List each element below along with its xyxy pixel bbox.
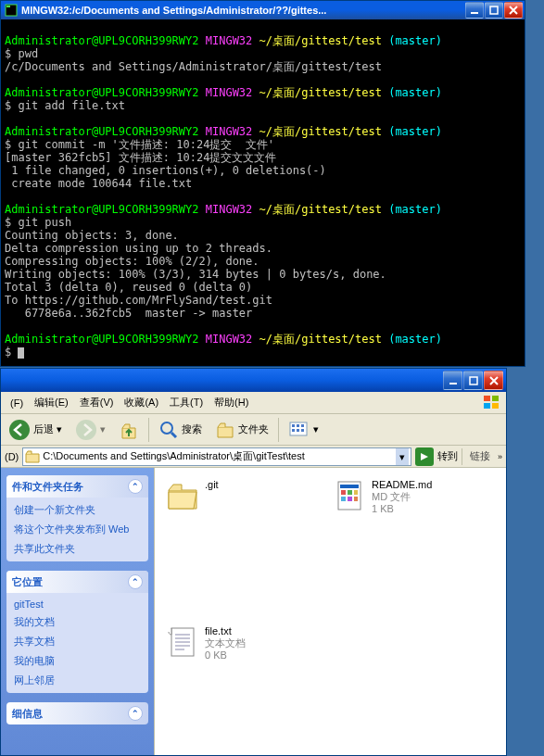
svg-rect-2	[471, 12, 478, 14]
window-controls	[443, 371, 503, 390]
folders-button[interactable]: 文件夹	[211, 418, 272, 442]
tasks-panel-header[interactable]: 件和文件夹任务 ⌃	[6, 475, 148, 498]
back-label: 后退	[33, 422, 54, 436]
task-new-folder[interactable]: 创建一个新文件夹	[14, 503, 141, 517]
separator	[278, 418, 279, 442]
details-panel-header[interactable]: 细信息 ⌃	[6, 702, 148, 724]
separator	[462, 448, 462, 465]
file-item-git[interactable]: .git	[166, 479, 305, 512]
toolbar: 后退 ▾ ▾ 搜索 文件夹 ▾	[1, 414, 506, 446]
address-input[interactable]	[43, 451, 393, 462]
place-network[interactable]: 网上邻居	[14, 674, 141, 687]
file-meta: file.txt 文本文档 0 KB	[205, 625, 246, 662]
folders-label: 文件夹	[238, 422, 269, 436]
task-share-folder[interactable]: 共享此文件夹	[14, 542, 141, 556]
svg-rect-3	[490, 6, 498, 14]
links-label[interactable]: 链接	[466, 449, 494, 463]
file-list[interactable]: .git README.md MD 文件 1 KB file.txt	[154, 468, 506, 755]
file-type: MD 文件	[372, 491, 432, 503]
views-button[interactable]: ▾	[285, 419, 323, 441]
svg-rect-18	[297, 429, 299, 432]
close-button[interactable]	[504, 2, 523, 19]
back-button[interactable]: 后退 ▾	[5, 417, 66, 443]
place-gittest[interactable]: gitTest	[14, 598, 141, 610]
explorer-window: (F) 编辑(E) 查看(V) 收藏(A) 工具(T) 帮助(H) 后退 ▾ ▾…	[0, 368, 507, 756]
place-shared-docs[interactable]: 共享文档	[14, 635, 141, 649]
tasks-panel: 件和文件夹任务 ⌃ 创建一个新文件夹 将这个文件夹发布到 Web 共享此文件夹	[6, 475, 148, 561]
terminal-window: MINGW32:/c/Documents and Settings/Admini…	[0, 0, 525, 367]
file-meta: README.md MD 文件 1 KB	[372, 479, 432, 515]
terminal-titlebar[interactable]: MINGW32:/c/Documents and Settings/Admini…	[1, 1, 525, 19]
terminal-body[interactable]: Administrator@UPL9CORH399RWY2 MINGW32 ~/…	[1, 19, 525, 366]
file-item-filetxt[interactable]: file.txt 文本文档 0 KB	[166, 625, 305, 662]
svg-rect-9	[492, 403, 499, 409]
sidebar: 件和文件夹任务 ⌃ 创建一个新文件夹 将这个文件夹发布到 Web 共享此文件夹 …	[1, 468, 154, 755]
svg-rect-15	[297, 424, 299, 427]
explorer-main: 件和文件夹任务 ⌃ 创建一个新文件夹 将这个文件夹发布到 Web 共享此文件夹 …	[1, 468, 506, 755]
folder-icon	[166, 479, 199, 512]
svg-point-11	[76, 420, 96, 440]
places-panel-header[interactable]: 它位置 ⌃	[6, 571, 148, 593]
up-button[interactable]	[115, 418, 143, 442]
links-chevron-icon[interactable]: »	[498, 452, 502, 461]
menubar: (F) 编辑(E) 查看(V) 收藏(A) 工具(T) 帮助(H)	[1, 392, 506, 414]
svg-rect-25	[341, 497, 346, 501]
file-name: README.md	[372, 479, 432, 491]
file-meta: .git	[205, 479, 219, 512]
place-my-docs[interactable]: 我的文档	[14, 615, 141, 629]
menu-file[interactable]: (F)	[5, 396, 29, 410]
forward-button: ▾	[71, 417, 109, 443]
address-input-wrapper: ▾	[22, 447, 411, 466]
folder-icon	[25, 450, 40, 463]
svg-rect-6	[484, 396, 490, 401]
go-label: 转到	[437, 449, 458, 463]
chevron-down-icon: ▾	[313, 423, 319, 435]
svg-rect-5	[470, 377, 477, 384]
menu-help[interactable]: 帮助(H)	[209, 394, 254, 411]
collapse-icon: ⌃	[128, 706, 143, 721]
task-publish-web[interactable]: 将这个文件夹发布到 Web	[14, 523, 141, 536]
maximize-button[interactable]	[463, 371, 483, 390]
menu-view[interactable]: 查看(V)	[74, 394, 120, 411]
minimize-button[interactable]	[465, 2, 484, 19]
menu-tools[interactable]: 工具(T)	[164, 394, 209, 411]
window-controls	[465, 2, 523, 19]
svg-rect-14	[292, 424, 295, 427]
svg-rect-4	[449, 383, 457, 384]
address-dropdown[interactable]: ▾	[396, 448, 409, 465]
cursor	[18, 347, 24, 359]
svg-point-12	[161, 422, 172, 434]
svg-rect-26	[348, 497, 352, 501]
chevron-down-icon: ▾	[100, 423, 106, 435]
svg-rect-24	[354, 490, 358, 495]
terminal-icon	[5, 4, 18, 17]
svg-rect-21	[340, 485, 359, 488]
svg-rect-22	[341, 490, 346, 495]
file-md-icon	[333, 479, 366, 512]
collapse-icon: ⌃	[128, 479, 143, 494]
places-body: gitTest 我的文档 共享文档 我的电脑 网上邻居	[6, 593, 148, 693]
places-title: 它位置	[12, 575, 43, 589]
maximize-button[interactable]	[485, 2, 503, 19]
file-item-readme[interactable]: README.md MD 文件 1 KB	[333, 479, 472, 515]
file-txt-icon	[166, 625, 199, 659]
search-label: 搜索	[182, 422, 202, 436]
address-label: (D)	[5, 451, 19, 462]
file-name: file.txt	[205, 625, 246, 637]
svg-rect-19	[301, 429, 304, 432]
collapse-icon: ⌃	[128, 574, 143, 589]
search-button[interactable]: 搜索	[155, 418, 206, 442]
svg-rect-27	[354, 497, 358, 501]
svg-rect-23	[348, 490, 352, 495]
windows-flag-icon	[482, 394, 502, 410]
go-button[interactable]	[415, 447, 434, 466]
file-name: .git	[205, 479, 219, 491]
menu-edit[interactable]: 编辑(E)	[29, 394, 74, 411]
explorer-titlebar[interactable]	[1, 369, 506, 392]
separator	[148, 418, 149, 442]
close-button[interactable]	[484, 371, 503, 390]
minimize-button[interactable]	[443, 371, 462, 390]
place-my-computer[interactable]: 我的电脑	[14, 654, 141, 668]
file-type: 文本文档	[205, 637, 246, 649]
menu-favorites[interactable]: 收藏(A)	[119, 394, 164, 411]
